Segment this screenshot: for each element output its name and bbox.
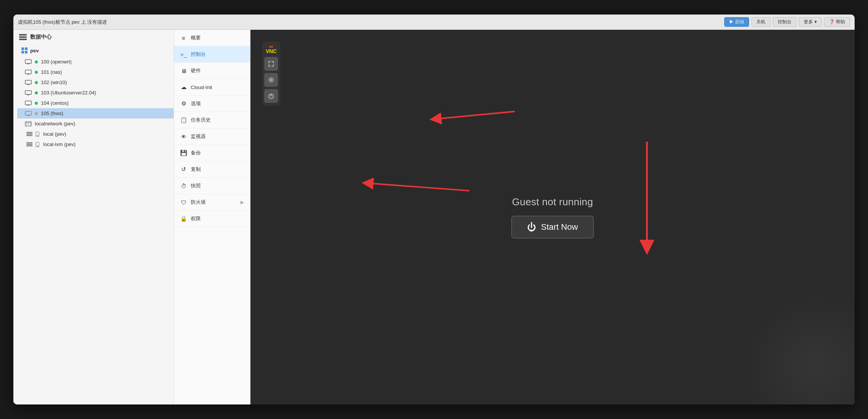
snapshots-icon: ⏱ (180, 183, 187, 189)
vm-label-105: 105 (fnos) (41, 110, 63, 116)
svg-rect-11 (25, 70, 31, 74)
storage-item-local[interactable]: local (pev) (17, 129, 174, 139)
storage-label-local: local (pev) (43, 131, 66, 137)
network-label: localnetwork (pev) (35, 121, 75, 127)
tab-summary[interactable]: ≡ 概要 (174, 30, 250, 46)
backup-icon: 💾 (180, 149, 187, 156)
tab-permissions-label: 权限 (191, 215, 201, 222)
cloud-init-icon: ☁ (180, 84, 187, 91)
more-button[interactable]: 更多 ▾ (799, 17, 821, 27)
tab-hardware-label: 硬件 (191, 67, 201, 74)
vm-icon-105 (25, 111, 32, 116)
tab-cloud-init-label: Cloud-Init (191, 84, 212, 90)
vm-item-102[interactable]: 102 (win10) (17, 77, 174, 88)
summary-icon: ≡ (180, 35, 187, 41)
window-title: 虚拟机105 (fnos)桩节点 pev 上 没有描述 (18, 19, 721, 26)
start-now-button[interactable]: ⏻ Start Now (511, 216, 594, 239)
tab-monitor-label: 监视器 (191, 133, 206, 140)
top-bar-actions: ▶ 启动 关机 控制台 更多 ▾ ❓ 帮助 (724, 17, 850, 27)
svg-rect-27 (37, 135, 38, 136)
permissions-icon: 🔒 (180, 215, 187, 222)
vnc-power-btn[interactable] (264, 89, 278, 103)
tab-backup[interactable]: 💾 备份 (174, 145, 250, 161)
tab-permissions[interactable]: 🔒 权限 (174, 211, 250, 227)
status-dot-100 (35, 60, 38, 63)
main-layout: 数据中心 pev (13, 30, 855, 404)
help-button[interactable]: ❓ 帮助 (824, 17, 850, 27)
datacenter-header[interactable]: 数据中心 (13, 30, 174, 44)
svg-point-3 (25, 34, 26, 35)
tab-task-history-label: 任务历史 (191, 117, 211, 123)
tab-replication[interactable]: ↺ 复制 (174, 161, 250, 178)
replication-icon: ↺ (180, 166, 187, 173)
svg-rect-9 (25, 60, 31, 63)
vm-icon-103 (25, 90, 32, 96)
svg-rect-20 (27, 115, 29, 116)
tab-cloud-init[interactable]: ☁ Cloud-Init (174, 79, 250, 96)
tab-snapshots-label: 快照 (191, 182, 201, 189)
status-dot-104 (35, 102, 38, 105)
vm-item-104[interactable]: 104 (centos) (17, 98, 174, 108)
storage-item-local-lvm[interactable]: local-lvm (pev) (17, 139, 174, 149)
top-bar: 虚拟机105 (fnos)桩节点 pev 上 没有描述 ▶ 启动 关机 控制台 … (13, 15, 855, 30)
vm-icon-102 (25, 80, 32, 85)
vnc-fullscreen-btn[interactable] (264, 57, 278, 71)
pev-item[interactable]: pev (17, 44, 174, 57)
tab-options[interactable]: ⚙ 选项 (174, 96, 250, 112)
console-icon: >_ (180, 51, 187, 58)
options-icon: ⚙ (180, 100, 187, 107)
vm-item-100[interactable]: 100 (openwrt) (17, 57, 174, 67)
db-icon-local (26, 132, 33, 136)
tab-summary-label: 概要 (191, 34, 201, 41)
power-icon: ⏻ (527, 222, 536, 232)
svg-rect-19 (25, 111, 31, 115)
start-button[interactable]: ▶ 启动 (724, 17, 749, 27)
app-window: 虚拟机105 (fnos)桩节点 pev 上 没有描述 ▶ 启动 关机 控制台 … (13, 15, 855, 404)
status-dot-105 (35, 112, 38, 115)
svg-point-4 (25, 37, 26, 37)
svg-point-30 (270, 79, 272, 81)
vnc-logo: no VNC (264, 44, 278, 55)
start-now-label: Start Now (541, 222, 578, 232)
vm-item-105[interactable]: 105 (fnos) (17, 108, 174, 119)
mobile-icon-local-lvm (36, 142, 39, 147)
vm-item-103[interactable]: 103 (Ubuntuserver22.04) (17, 88, 174, 98)
pev-group: pev 100 (openwrt) (13, 44, 174, 149)
firewall-expand-icon: ▶ (241, 200, 244, 205)
shutdown-button[interactable]: 关机 (751, 17, 770, 27)
svg-rect-12 (27, 74, 29, 75)
vm-icon-100 (25, 59, 32, 65)
tab-console-label: 控制台 (191, 51, 206, 58)
tab-console[interactable]: >_ 控制台 (174, 46, 250, 63)
tab-hardware[interactable]: 🖥 硬件 (174, 63, 250, 79)
tab-snapshots[interactable]: ⏱ 快照 (174, 178, 250, 194)
tab-options-label: 选项 (191, 100, 201, 107)
svg-rect-15 (25, 91, 31, 94)
console-center: Guest not running ⏻ Start Now (250, 30, 855, 404)
vnc-settings-btn[interactable] (264, 73, 278, 87)
svg-rect-29 (37, 146, 38, 146)
vm-icon-101 (25, 70, 32, 75)
console-button[interactable]: 控制台 (773, 17, 796, 27)
tab-monitor[interactable]: 👁 监视器 (174, 128, 250, 145)
svg-rect-13 (25, 80, 31, 84)
vm-item-101[interactable]: 101 (nas) (17, 67, 174, 77)
svg-rect-7 (21, 51, 24, 54)
db-icon-local-lvm (26, 142, 33, 146)
network-item[interactable]: localnetwork (pev) (17, 119, 174, 129)
monitor-icon: 👁 (180, 133, 187, 140)
tab-replication-label: 复制 (191, 166, 201, 173)
tab-firewall[interactable]: 🛡 防火墙 ▶ (174, 194, 250, 211)
pev-label: pev (30, 48, 39, 54)
svg-rect-5 (21, 47, 24, 50)
svg-rect-10 (27, 63, 29, 64)
svg-rect-16 (27, 94, 29, 95)
hardware-icon: 🖥 (180, 68, 187, 74)
datacenter-label: 数据中心 (30, 34, 52, 41)
tab-firewall-label: 防火墙 (191, 199, 206, 206)
datacenter-icon (19, 34, 27, 41)
vm-label-104: 104 (centos) (41, 100, 68, 106)
sidebar: 数据中心 pev (13, 30, 174, 404)
firewall-icon: 🛡 (180, 199, 187, 206)
tab-task-history[interactable]: 📋 任务历史 (174, 112, 250, 128)
